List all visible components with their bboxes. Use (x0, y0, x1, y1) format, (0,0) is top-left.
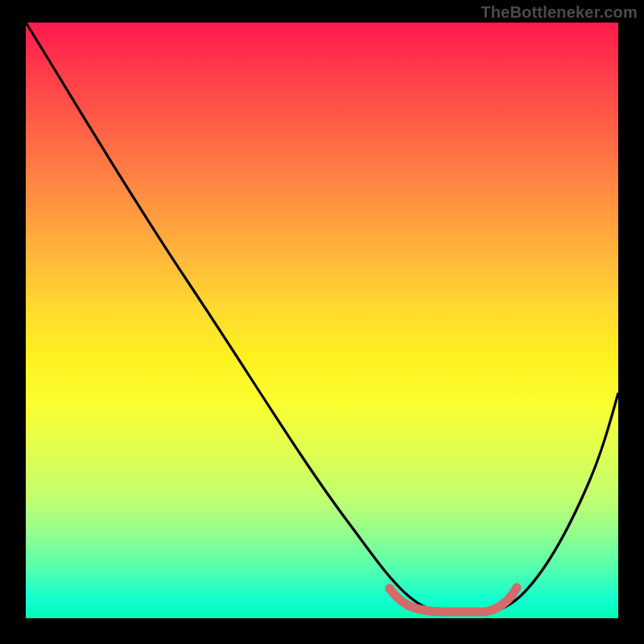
chart-container: TheBottleneker.com (0, 0, 644, 644)
marker-end-left (386, 584, 394, 593)
plot-area (26, 23, 618, 618)
optimal-range-marker (390, 588, 517, 612)
chart-svg (26, 23, 618, 618)
marker-end-right (513, 584, 522, 592)
bottleneck-curve-line (26, 23, 618, 612)
watermark-text: TheBottleneker.com (481, 3, 638, 22)
